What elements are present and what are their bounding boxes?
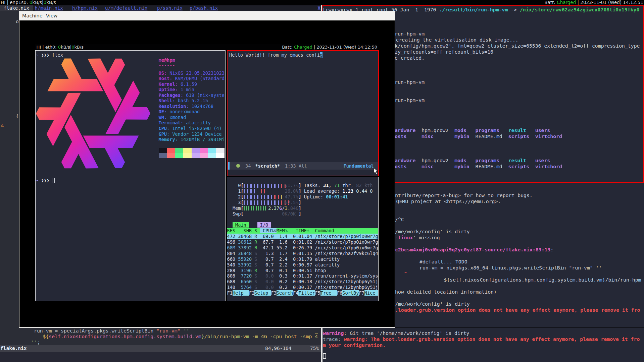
text-segment: 288: [227, 268, 236, 273]
text-segment: 0:01.02: [290, 239, 312, 245]
text-segment: result: [508, 158, 535, 163]
neofetch-info-line: Resolution: 1024x768: [159, 104, 214, 109]
htop-line: 688 6560 S 0.0 0.2 0:00.18 /nix/store/12…: [227, 279, 378, 285]
text-segment: : Git tree '/home/me/work/config' is dir…: [344, 330, 469, 336]
text-segment: I/O: [257, 222, 271, 228]
menu-machine[interactable]: Machine: [22, 11, 43, 20]
qemu-vm-window: Machine View HI | eth0: 0kB/s|0kB/s Batt…: [19, 11, 395, 328]
htop-line: F1Help F2Setup F3SearchF4FilterF5Tree F6…: [227, 290, 378, 296]
htop-line: 660 55920 S 0.7 2.4 0:01.79 alacritty: [227, 256, 340, 262]
text-segment: creating the virtualisation disk image..…: [396, 37, 518, 43]
text-segment: 0:00.17: [290, 285, 312, 290]
text-segment: warning: The boot.loader.grub.version op…: [344, 336, 640, 342]
text-segment: /nix/store/12bynbp6y51j: [315, 285, 378, 290]
text-segment: [: [241, 183, 243, 188]
tab-u-m-default-nix[interactable]: u/m/default.nix: [105, 5, 147, 11]
text-segment: [257, 285, 260, 290]
terminal-line: QEMU project at <https://qemu.org>.: [396, 198, 501, 204]
menu-view[interactable]: View: [46, 11, 57, 20]
text-segment: 140: [227, 285, 236, 290]
terminal-line: ardware hpm.qcow2 mods programs result u…: [395, 127, 550, 133]
text-segment: /nix/store/p7pp0ix0wr7g: [315, 239, 378, 245]
text-segment: Help: [233, 290, 249, 296]
terminal-line: /me/work/config' is dirty: [395, 229, 470, 235]
modeline-status-dot: [236, 164, 240, 168]
meter-bar: [253, 206, 254, 210]
text-segment: CPU%▽: [260, 228, 277, 233]
text-segment: 36848: [238, 251, 252, 256]
text-segment: F1: [227, 290, 233, 296]
text-segment: 0.3: [277, 273, 288, 279]
terminal-line: zy_refcounts=off refcount_bits=16: [395, 49, 493, 55]
text-segment: users: [535, 127, 550, 133]
text-segment: m your configuration.: [323, 342, 386, 348]
text-segment: 1.3: [260, 251, 274, 256]
text-segment: F4: [293, 290, 298, 296]
neofetch-info-line: GPU: Vendor 1234 Device: [159, 131, 222, 137]
text-segment: 0:26.79: [290, 245, 312, 250]
emacs-echo-area: [0, 352, 321, 362]
vm-status-bar: HI | eth0: 0kB/s|0kB/s Batt: Charged | 2…: [35, 44, 379, 50]
text-segment: 0.2: [277, 279, 288, 284]
meter-bar: [257, 184, 258, 188]
terminal-line: warning: Git tree '/home/me/work/config'…: [323, 330, 469, 336]
terminal-line: -linux' missing: [395, 235, 440, 241]
meter-bar: [246, 206, 247, 210]
text-segment: [288, 251, 290, 256]
mouse-pointer: [374, 168, 379, 175]
neofetch-info-line: Kernel: 6.1.59: [159, 81, 197, 87]
palette-swatch: [175, 148, 184, 153]
vm-terminal-neofetch[interactable]: ~ ❯❯❯ flex: [35, 50, 226, 301]
text-segment: R: [254, 239, 257, 245]
palette-swatch: [208, 153, 216, 158]
text-segment: Filter: [298, 290, 315, 296]
palette-swatch: [159, 148, 167, 153]
terminal-line: k/config/hpm.qcow2', fmt=qcow2 cluster_s…: [395, 43, 640, 49]
htop-line: 68M 37892 R 47.1 55.2 0:26.79 /nix/store…: [227, 245, 378, 251]
htop-line: 3[62.5%]: [233, 200, 301, 205]
meter-bar: [264, 195, 265, 199]
terminal-warnings[interactable]: warning: Git tree '/home/me/work/config'…: [323, 328, 644, 362]
terminal-line: trace: warning: The boot.loader.grub.ver…: [323, 336, 640, 342]
neofetch-info-line: DE: none+xmonad: [159, 109, 200, 115]
htop-line: 472 30468 R 69.0 1.4 0:01.04 /nix/store/…: [227, 234, 379, 239]
text-segment: '': [31, 339, 37, 345]
vm-emacs-cursor: g: [320, 52, 323, 58]
text-segment: :: [550, 247, 553, 252]
text-segment: F5: [315, 290, 320, 296]
tab-p-bash-nix[interactable]: p/bash.nix: [190, 5, 218, 11]
modeline-buffer-name: flake.nix: [0, 345, 27, 352]
text-segment: mods: [454, 127, 475, 133]
meter-bar: [261, 195, 262, 199]
buffer-glyph: ⚠: [1, 122, 4, 128]
text-segment: /run/current-system/sys: [315, 273, 378, 279]
text-segment: 660: [227, 256, 236, 262]
text-segment: F2: [249, 290, 254, 296]
terminal-line: #default... TODO: [419, 259, 467, 265]
text-segment: ${self.nixosConfigurations.hpm.config.sy…: [444, 277, 641, 283]
vm-emacs-window[interactable]: Hello World!! from my emacs config 34 *s…: [227, 50, 379, 176]
vm-terminal-htop[interactable]: 0[51.7%]Tasks: 31, 71 thr, 82 kth 1[26.0…: [227, 177, 379, 302]
text-segment: ' missing: [413, 235, 440, 240]
palette-swatch: [192, 148, 200, 153]
tab-h-hpm-nix[interactable]: h/hpm.nix: [72, 5, 98, 11]
tab-close-button[interactable]: X: [318, 5, 320, 11]
text-segment: mybin: [454, 133, 475, 139]
text-segment: [257, 256, 260, 262]
text-segment: 0.7: [260, 268, 274, 273]
terminal-line: c2bcsm4xmj0vd0capi9q2yc0yzl87-source/fla…: [395, 247, 553, 253]
text-segment: | 2023-11-01 (Wed) 14:12:50: [312, 45, 377, 50]
text-segment: [257, 279, 260, 284]
text-segment: S: [254, 285, 257, 290]
neofetch-info-line: OS: NixOS 23.05.20231023: [159, 70, 225, 76]
tab-p-ssh-nix[interactable]: p/ssh.nix: [157, 5, 183, 11]
text-segment: Tree: [320, 290, 337, 296]
tab-h-main-nix[interactable]: h/main.nix: [35, 5, 63, 11]
meter-bar: [264, 200, 265, 205]
text-segment: ~: [36, 178, 38, 183]
tab-flake-nix[interactable]: flake.nix: [0, 5, 33, 11]
text-segment: run-hpm-vm: [395, 79, 425, 85]
text-segment: 1.23: [342, 188, 356, 194]
text-segment: 2.4: [277, 256, 288, 262]
text-segment: 3.: [285, 205, 290, 211]
